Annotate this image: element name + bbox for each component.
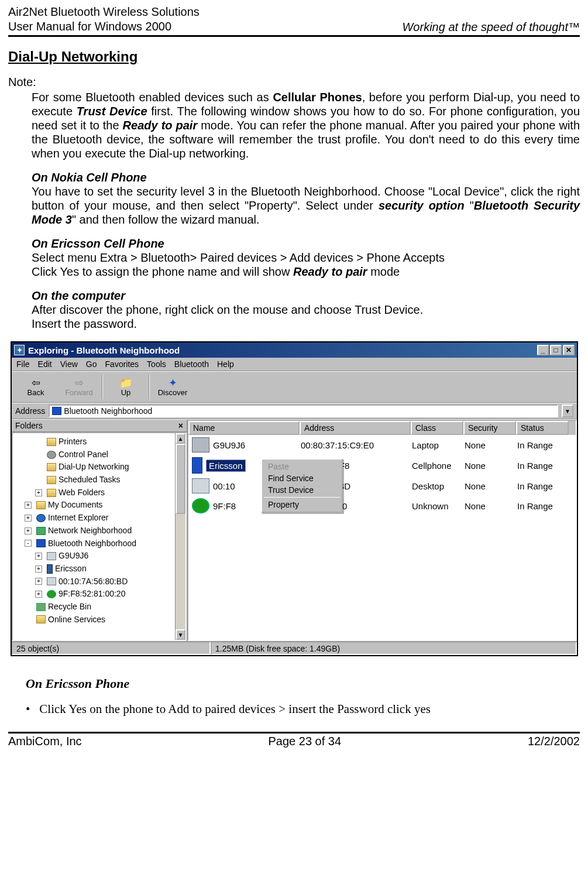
tree-scrollbar[interactable]: ▲ ▼: [175, 433, 185, 640]
tree-item-label: Internet Explorer: [48, 512, 109, 525]
ctx-property[interactable]: Property: [263, 499, 341, 510]
address-field[interactable]: Bluetooth Neighborhood: [49, 405, 558, 417]
nokia-paragraph: You have to set the security level 3 in …: [32, 184, 580, 227]
scroll-thumb[interactable]: [176, 444, 185, 514]
ctx-separator: [264, 497, 340, 498]
note-label: Note:: [8, 76, 580, 89]
ie-icon: [36, 514, 46, 522]
tree-item[interactable]: +My Documents: [25, 499, 184, 512]
intro-b: Cellular Phones: [273, 91, 362, 104]
list-row[interactable]: 9F:F852:81:00:20UnknownNoneIn Range: [188, 496, 576, 516]
ericsson-phone-head: On Ericsson Phone: [26, 676, 580, 691]
tree-item[interactable]: Scheduled Tasks: [25, 474, 184, 486]
row-status: In Range: [517, 461, 570, 471]
folders-close-button[interactable]: ×: [178, 421, 183, 430]
scroll-up-button[interactable]: ▲: [176, 433, 185, 444]
col-security[interactable]: Security: [463, 421, 516, 435]
ctx-trust-device[interactable]: Trust Device: [263, 484, 341, 496]
tree-item-label: Bluetooth Neighborhood: [48, 537, 136, 550]
col-name[interactable]: Name: [188, 421, 300, 435]
expand-toggle[interactable]: +: [25, 502, 32, 509]
menu-tools[interactable]: Tools: [147, 359, 166, 369]
menu-file[interactable]: File: [16, 359, 30, 369]
menu-edit[interactable]: Edit: [38, 359, 52, 369]
row-class: Unknown: [412, 501, 465, 511]
expand-toggle[interactable]: +: [35, 578, 42, 585]
tree-item[interactable]: Recycle Bin: [25, 601, 184, 613]
folders-label: Folders: [15, 421, 43, 430]
row-class: Laptop: [412, 440, 465, 450]
page-header: Air2Net Bluetooth Wireless Solutions Use…: [8, 5, 580, 37]
titlebar[interactable]: ✦ Exploring - Bluetooth Neighborhood _ □…: [12, 342, 577, 358]
tree-item[interactable]: Printers: [25, 436, 184, 448]
computer-subhead: On the computer: [32, 289, 580, 303]
back-button[interactable]: ⇦ Back: [15, 373, 56, 400]
bt-icon: [36, 539, 46, 547]
col-class[interactable]: Class: [411, 421, 463, 435]
tree-item-label: 9F:F8:52:81:00:20: [59, 588, 125, 601]
list-row[interactable]: Ericsson37:0A:4E:F8CellphoneNoneIn Range: [188, 455, 576, 476]
list-row[interactable]: G9U9J600:80:37:15:C9:E0LaptopNoneIn Rang…: [188, 435, 576, 455]
menu-go[interactable]: Go: [86, 359, 97, 369]
tree-item-label: Network Neighborhood: [48, 525, 132, 537]
tree-item[interactable]: +Ericsson: [25, 563, 184, 575]
tree-item-label: Online Services: [48, 613, 105, 626]
ericsson-subhead: On Ericsson Cell Phone: [32, 237, 580, 251]
discover-button[interactable]: ✦ Discover: [152, 373, 193, 400]
tree-item[interactable]: Control Panel: [25, 448, 184, 461]
list-body[interactable]: G9U9J600:80:37:15:C9:E0LaptopNoneIn Rang…: [188, 435, 576, 640]
computer-paragraph: After discover the phone, right click on…: [32, 303, 580, 331]
menu-help[interactable]: Help: [217, 359, 234, 369]
tree-item[interactable]: +9F:F8:52:81:00:20: [25, 588, 184, 601]
expand-toggle[interactable]: +: [25, 515, 32, 522]
ctx-paste[interactable]: Paste: [263, 461, 341, 472]
tree-item[interactable]: +00:10:7A:56:80:BD: [25, 575, 184, 588]
expand-toggle[interactable]: +: [35, 553, 42, 560]
folder-tree[interactable]: PrintersControl PanelDial-Up NetworkingS…: [13, 433, 185, 628]
tree-item-label: 00:10:7A:56:80:BD: [59, 575, 128, 588]
menu-favorites[interactable]: Favorites: [105, 359, 139, 369]
tree-item[interactable]: -Bluetooth Neighborhood: [25, 537, 184, 550]
tree-item[interactable]: +Network Neighborhood: [25, 525, 184, 537]
tree-item[interactable]: +Web Folders: [25, 486, 184, 499]
address-dropdown-button[interactable]: ▼: [562, 405, 573, 417]
col-address[interactable]: Address: [300, 421, 411, 435]
col-status[interactable]: Status: [516, 421, 569, 435]
context-menu: Paste Find Service Trust Device Property: [261, 458, 343, 513]
laptop-icon: [192, 437, 209, 453]
menu-view[interactable]: View: [60, 359, 78, 369]
menu-bluetooth[interactable]: Bluetooth: [174, 359, 209, 369]
scroll-track[interactable]: [176, 514, 185, 629]
list-header: Name Address Class Security Status: [188, 421, 576, 435]
discover-label: Discover: [158, 388, 188, 397]
tree-item[interactable]: +Internet Explorer: [25, 512, 184, 525]
section-heading: Dial-Up Networking: [8, 49, 580, 65]
scroll-down-button[interactable]: ▼: [176, 629, 185, 640]
close-button[interactable]: ✕: [563, 345, 575, 355]
expand-toggle[interactable]: +: [25, 527, 32, 534]
panes: Folders × PrintersControl PanelDial-Up N…: [12, 419, 577, 641]
expand-toggle[interactable]: +: [35, 489, 42, 496]
tree-item[interactable]: Online Services: [25, 613, 184, 626]
up-button[interactable]: 📁 Up: [105, 373, 146, 400]
intro-a: For some Bluetooth enabled devices such …: [32, 91, 273, 104]
row-class: Cellphone: [412, 461, 465, 471]
forward-button[interactable]: ⇨ Forward: [59, 373, 99, 400]
ctx-find-service[interactable]: Find Service: [263, 472, 341, 484]
tree-item[interactable]: +G9U9J6: [25, 550, 184, 563]
footer-center: Page 23 of 34: [269, 735, 342, 748]
list-row[interactable]: 00:107A:56:80:BDDesktopNoneIn Range: [188, 476, 576, 496]
tree-container: PrintersControl PanelDial-Up NetworkingS…: [12, 432, 187, 641]
toolbar-separator: [102, 375, 103, 399]
intro-f: Ready to pair: [123, 119, 198, 132]
tree-item-label: Scheduled Tasks: [59, 474, 121, 486]
expand-toggle[interactable]: -: [25, 540, 32, 547]
tree-item[interactable]: Dial-Up Networking: [25, 461, 184, 474]
expand-toggle[interactable]: +: [35, 565, 42, 573]
maximize-button[interactable]: □: [550, 345, 562, 355]
menubar: File Edit View Go Favorites Tools Blueto…: [12, 358, 577, 371]
bullet-text: Click Yes on the phone to Add to paired …: [39, 702, 431, 717]
expand-toggle[interactable]: +: [35, 591, 42, 598]
pc-icon: [47, 577, 56, 585]
minimize-button[interactable]: _: [537, 345, 549, 355]
